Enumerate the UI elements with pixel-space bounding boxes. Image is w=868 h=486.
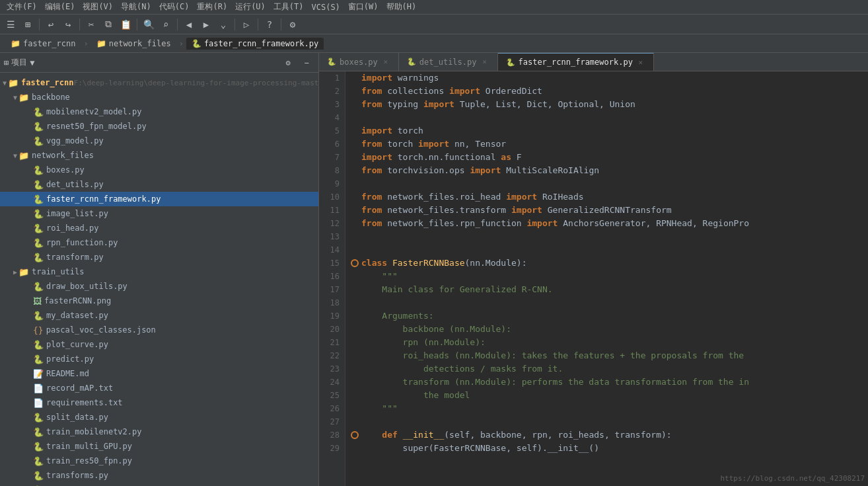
paste-btn[interactable]: 📋 bbox=[118, 17, 133, 32]
tab-close-0[interactable]: × bbox=[381, 58, 390, 67]
cut-btn[interactable]: ✂ bbox=[83, 17, 99, 32]
menu-item-视图v[interactable]: 视图(V) bbox=[79, 0, 117, 15]
method-marker bbox=[351, 259, 359, 267]
code-content[interactable]: import warningsfrom collections import O… bbox=[345, 71, 868, 486]
dropdown-btn[interactable]: ⌄ bbox=[215, 17, 231, 32]
code-line-26: """ bbox=[351, 402, 863, 415]
line-num-3: 3 bbox=[324, 98, 340, 111]
tree-item-fasterRCNN_png[interactable]: 🖼fasterRCNN.png bbox=[0, 294, 318, 308]
tree-item-train_res50_fpn_py[interactable]: 🐍train_res50_fpn.py bbox=[0, 454, 318, 468]
tree-item-pascal_voc_classes_json[interactable]: {}pascal_voc_classes.json bbox=[0, 323, 318, 337]
menu-item-窗口w[interactable]: 窗口(W) bbox=[344, 0, 382, 15]
editor-tab-0[interactable]: 🐍boxes.py× bbox=[319, 53, 399, 71]
tree-item-plot_curve_py[interactable]: 🐍plot_curve.py bbox=[0, 337, 318, 352]
tree-item-resnet50_fpn_model_py[interactable]: 🐍resnet50_fpn_model.py bbox=[0, 119, 318, 134]
tree-item-draw_box_utils_py[interactable]: 🐍draw_box_utils.py bbox=[0, 279, 318, 294]
run-btn[interactable]: ▷ bbox=[238, 17, 254, 32]
token: FasterRCNNBase bbox=[392, 257, 465, 270]
tree-item-validation_py[interactable]: 🐍validation.py bbox=[0, 483, 318, 486]
token bbox=[387, 257, 392, 270]
sidebar-settings-btn[interactable]: ⚙ bbox=[280, 55, 296, 71]
tree-item-label: train_utils bbox=[32, 267, 84, 276]
nav-left-btn[interactable]: ◀ bbox=[181, 17, 197, 32]
undo-btn[interactable]: ↩ bbox=[43, 17, 59, 32]
tab-icon-0: 🐍 bbox=[327, 58, 336, 66]
tree-item-image_list_py[interactable]: 🐍image_list.py bbox=[0, 206, 318, 221]
tree-item-network_files[interactable]: ▼📁network_files bbox=[0, 148, 318, 163]
tree-item-my_dataset_py[interactable]: 🐍my_dataset.py bbox=[0, 308, 318, 323]
tree-item-split_data_py[interactable]: 🐍split_data.py bbox=[0, 410, 318, 425]
tree-item-boxes_py[interactable]: 🐍boxes.py bbox=[0, 163, 318, 177]
sidebar-close-btn[interactable]: − bbox=[299, 55, 314, 71]
path-tab-network-files[interactable]: 📁 network_files bbox=[91, 38, 176, 50]
file-icon: 🐍 bbox=[33, 427, 44, 437]
copy-btn[interactable]: ⧉ bbox=[100, 17, 116, 32]
file-icon: 🐍 bbox=[33, 413, 44, 423]
tree-item-rpn_function_py[interactable]: 🐍rpn_function.py bbox=[0, 235, 318, 250]
toolbar-btn-1[interactable]: ☰ bbox=[3, 17, 18, 32]
tree-item-vgg_model_py[interactable]: 🐍vgg_model.py bbox=[0, 134, 318, 148]
code-line-11: from network_files.transform import Gene… bbox=[351, 204, 863, 217]
tree-item-transforms_py[interactable]: 🐍transforms.py bbox=[0, 468, 318, 483]
editor-tab-1[interactable]: 🐍det_utils.py× bbox=[399, 53, 498, 71]
code-line-25: the model bbox=[351, 389, 863, 402]
tree-item-record_mAP_txt[interactable]: 📄record_mAP.txt bbox=[0, 381, 318, 395]
search2-btn[interactable]: ⌕ bbox=[158, 17, 174, 32]
menu-item-vcss[interactable]: VCS(S) bbox=[308, 0, 344, 15]
tree-item-det_utils_py[interactable]: 🐍det_utils.py bbox=[0, 177, 318, 192]
tree-item-backbone[interactable]: ▼📁backbone bbox=[0, 90, 318, 104]
project-icon: ⊞ bbox=[4, 58, 9, 67]
tree-item-predict_py[interactable]: 🐍predict.py bbox=[0, 352, 318, 366]
code-line-2: from collections import OrderedDict bbox=[351, 85, 863, 98]
line-num-7: 7 bbox=[324, 151, 340, 164]
file-icon: 🐍 bbox=[33, 165, 44, 175]
tree-item-label: README.md bbox=[46, 369, 89, 378]
menu-item-运行u[interactable]: 运行(U) bbox=[231, 0, 270, 15]
path-tab-label: faster_rcnn bbox=[23, 39, 75, 48]
line-num-4: 4 bbox=[324, 111, 340, 124]
token: from bbox=[361, 98, 382, 111]
path-tab-framework[interactable]: 🐍 faster_rcnn_framework.py bbox=[186, 38, 324, 50]
menu-item-文件f[interactable]: 文件(F) bbox=[3, 0, 41, 15]
path-tab-faster-rcnn[interactable]: 📁 faster_rcnn bbox=[5, 38, 81, 50]
menu-item-代码c[interactable]: 代码(C) bbox=[155, 0, 194, 15]
toolbar-btn-2[interactable]: ⊞ bbox=[20, 17, 36, 32]
code-line-4 bbox=[351, 111, 863, 124]
search-btn[interactable]: 🔍 bbox=[141, 17, 157, 32]
tree-item-train_mobilenetv2_py[interactable]: 🐍train_mobilenetv2.py bbox=[0, 425, 318, 439]
menu-item-工具t[interactable]: 工具(T) bbox=[270, 0, 308, 15]
tree-item-roi_head_py[interactable]: 🐍roi_head.py bbox=[0, 221, 318, 235]
menu-item-帮助h[interactable]: 帮助(H) bbox=[382, 0, 421, 15]
line-num-11: 11 bbox=[324, 204, 340, 217]
tree-item-transform_py[interactable]: 🐍transform.py bbox=[0, 250, 318, 264]
tab-label-2: faster_rcnn_framework.py bbox=[519, 58, 633, 67]
file-icon: 🐍 bbox=[33, 471, 44, 481]
folder-icon: 📁 bbox=[11, 39, 20, 48]
menu-item-编辑e[interactable]: 编辑(E) bbox=[41, 0, 79, 15]
path-tab-label-3: faster_rcnn_framework.py bbox=[204, 39, 318, 48]
menu-item-导航n[interactable]: 导航(N) bbox=[117, 0, 155, 15]
menu-item-重构r[interactable]: 重构(R) bbox=[193, 0, 231, 15]
tree-item-mobilenetv2_model_py[interactable]: 🐍mobilenetv2_model.py bbox=[0, 104, 318, 119]
tree-item-README_md[interactable]: 📝README.md bbox=[0, 366, 318, 381]
redo-btn[interactable]: ↪ bbox=[60, 17, 76, 32]
editor-tab-2[interactable]: 🐍faster_rcnn_framework.py× bbox=[498, 53, 654, 71]
tree-item-train_utils[interactable]: ▶📁train_utils bbox=[0, 264, 318, 279]
file-icon: 📄 bbox=[33, 384, 44, 393]
tree-item-label: boxes.py bbox=[46, 165, 85, 175]
settings-btn[interactable]: ⚙ bbox=[285, 17, 301, 32]
tab-close-2[interactable]: × bbox=[636, 58, 645, 67]
tree-item-requirements_txt[interactable]: 📄requirements.txt bbox=[0, 395, 318, 410]
token: torch bbox=[382, 138, 418, 151]
tree-item-faster_rcnn_framework_py[interactable]: 🐍faster_rcnn_framework.py bbox=[0, 192, 318, 206]
tree-container: ▼📁backbone🐍mobilenetv2_model.py🐍resnet50… bbox=[0, 90, 318, 486]
token: (nn.Module): bbox=[465, 257, 527, 270]
tab-close-1[interactable]: × bbox=[480, 58, 489, 67]
tree-item-train_multi_GPU_py[interactable]: 🐍train_multi_GPU.py bbox=[0, 439, 318, 454]
nav-right-btn[interactable]: ▶ bbox=[198, 17, 214, 32]
tree-root[interactable]: ▼ 📁 faster_rcnn F:\deep-learning\deep-le… bbox=[0, 75, 318, 90]
project-selector[interactable]: ⊞ 项目 ▼ bbox=[4, 57, 34, 68]
project-label: 项目 bbox=[11, 57, 27, 68]
help-btn[interactable]: ? bbox=[262, 17, 277, 32]
tree-item-label: pascal_voc_classes.json bbox=[46, 325, 156, 335]
